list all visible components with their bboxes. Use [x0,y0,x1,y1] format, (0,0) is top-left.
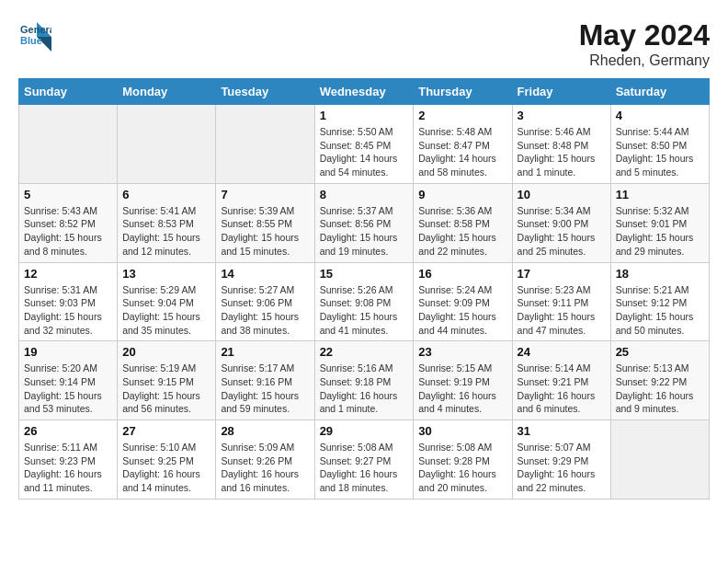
day-number: 9 [418,188,506,201]
day-info: Sunrise: 5:48 AM Sunset: 8:47 PM Dayligh… [418,125,506,179]
day-info: Sunrise: 5:27 AM Sunset: 9:06 PM Dayligh… [221,283,309,338]
day-number: 26 [24,424,112,438]
calendar-cell: 29Sunrise: 5:08 AM Sunset: 9:27 PM Dayli… [314,420,414,500]
day-info: Sunrise: 5:13 AM Sunset: 9:22 PM Dayligh… [616,362,704,416]
calendar-cell: 12Sunrise: 5:31 AM Sunset: 9:03 PM Dayli… [19,262,118,341]
calendar-cell: 2Sunrise: 5:48 AM Sunset: 8:47 PM Daylig… [414,105,512,184]
day-info: Sunrise: 5:50 AM Sunset: 8:45 PM Dayligh… [320,125,409,179]
header-day-wednesday: Wednesday [314,79,414,105]
header-day-thursday: Thursday [414,79,512,105]
calendar-cell: 30Sunrise: 5:08 AM Sunset: 9:28 PM Dayli… [414,420,512,500]
calendar-cell: 10Sunrise: 5:34 AM Sunset: 9:00 PM Dayli… [512,183,610,262]
calendar-cell [610,420,709,500]
day-info: Sunrise: 5:19 AM Sunset: 9:15 PM Dayligh… [122,362,210,416]
calendar-cell: 14Sunrise: 5:27 AM Sunset: 9:06 PM Dayli… [216,262,314,341]
day-number: 24 [518,345,606,359]
day-number: 23 [418,345,506,359]
day-number: 8 [320,188,409,201]
calendar-cell: 6Sunrise: 5:41 AM Sunset: 8:53 PM Daylig… [118,183,216,262]
calendar-cell: 11Sunrise: 5:32 AM Sunset: 9:01 PM Dayli… [610,183,709,262]
day-number: 15 [320,267,409,281]
day-info: Sunrise: 5:23 AM Sunset: 9:11 PM Dayligh… [518,283,606,338]
calendar-title: May 2024 [579,18,710,52]
calendar-cell: 1Sunrise: 5:50 AM Sunset: 8:45 PM Daylig… [314,105,414,184]
day-info: Sunrise: 5:09 AM Sunset: 9:26 PM Dayligh… [221,441,309,495]
day-number: 28 [221,424,309,438]
day-number: 2 [418,109,506,122]
day-number: 31 [518,424,606,438]
week-row-2: 5Sunrise: 5:43 AM Sunset: 8:52 PM Daylig… [19,183,710,262]
day-info: Sunrise: 5:39 AM Sunset: 8:55 PM Dayligh… [221,204,309,259]
calendar-cell: 19Sunrise: 5:20 AM Sunset: 9:14 PM Dayli… [19,341,118,420]
calendar-body: 1Sunrise: 5:50 AM Sunset: 8:45 PM Daylig… [19,105,710,500]
day-info: Sunrise: 5:43 AM Sunset: 8:52 PM Dayligh… [24,204,112,259]
calendar-cell: 20Sunrise: 5:19 AM Sunset: 9:15 PM Dayli… [118,341,216,420]
svg-text:Blue: Blue [20,35,42,46]
day-number: 6 [122,188,210,201]
day-info: Sunrise: 5:44 AM Sunset: 8:50 PM Dayligh… [616,125,704,179]
day-info: Sunrise: 5:08 AM Sunset: 9:28 PM Dayligh… [418,441,506,495]
calendar-cell: 24Sunrise: 5:14 AM Sunset: 9:21 PM Dayli… [512,341,610,420]
day-info: Sunrise: 5:37 AM Sunset: 8:56 PM Dayligh… [320,204,409,259]
day-info: Sunrise: 5:20 AM Sunset: 9:14 PM Dayligh… [24,362,112,416]
logo: General Blue [18,18,55,52]
calendar-cell: 31Sunrise: 5:07 AM Sunset: 9:29 PM Dayli… [512,420,610,500]
day-info: Sunrise: 5:24 AM Sunset: 9:09 PM Dayligh… [418,283,506,338]
day-number: 30 [418,424,506,438]
day-number: 12 [24,267,112,281]
calendar-cell: 27Sunrise: 5:10 AM Sunset: 9:25 PM Dayli… [118,420,216,500]
day-number: 11 [616,188,704,201]
calendar-cell: 23Sunrise: 5:15 AM Sunset: 9:19 PM Dayli… [414,341,512,420]
calendar-subtitle: Rheden, Germany [579,52,710,69]
header-row: SundayMondayTuesdayWednesdayThursdayFrid… [19,79,710,105]
calendar-cell: 13Sunrise: 5:29 AM Sunset: 9:04 PM Dayli… [118,262,216,341]
calendar-cell: 16Sunrise: 5:24 AM Sunset: 9:09 PM Dayli… [414,262,512,341]
day-info: Sunrise: 5:41 AM Sunset: 8:53 PM Dayligh… [122,204,210,259]
calendar-cell: 22Sunrise: 5:16 AM Sunset: 9:18 PM Dayli… [314,341,414,420]
header-day-friday: Friday [512,79,610,105]
day-info: Sunrise: 5:31 AM Sunset: 9:03 PM Dayligh… [24,283,112,338]
calendar-cell: 21Sunrise: 5:17 AM Sunset: 9:16 PM Dayli… [216,341,314,420]
week-row-4: 19Sunrise: 5:20 AM Sunset: 9:14 PM Dayli… [19,341,710,420]
calendar-cell: 8Sunrise: 5:37 AM Sunset: 8:56 PM Daylig… [314,183,414,262]
day-number: 3 [518,109,606,122]
day-number: 20 [122,345,210,359]
day-number: 5 [24,188,112,201]
day-info: Sunrise: 5:21 AM Sunset: 9:12 PM Dayligh… [616,283,704,338]
calendar-cell: 28Sunrise: 5:09 AM Sunset: 9:26 PM Dayli… [216,420,314,500]
day-info: Sunrise: 5:29 AM Sunset: 9:04 PM Dayligh… [122,283,210,338]
calendar-cell: 7Sunrise: 5:39 AM Sunset: 8:55 PM Daylig… [216,183,314,262]
calendar-cell: 5Sunrise: 5:43 AM Sunset: 8:52 PM Daylig… [19,183,118,262]
day-info: Sunrise: 5:16 AM Sunset: 9:18 PM Dayligh… [320,362,409,416]
header-day-monday: Monday [118,79,216,105]
day-info: Sunrise: 5:11 AM Sunset: 9:23 PM Dayligh… [24,441,112,495]
day-number: 10 [518,188,606,201]
day-number: 22 [320,345,409,359]
header-day-tuesday: Tuesday [216,79,314,105]
day-info: Sunrise: 5:34 AM Sunset: 9:00 PM Dayligh… [518,204,606,259]
day-info: Sunrise: 5:32 AM Sunset: 9:01 PM Dayligh… [616,204,704,259]
day-info: Sunrise: 5:08 AM Sunset: 9:27 PM Dayligh… [320,441,409,495]
day-number: 25 [616,345,704,359]
day-number: 21 [221,345,309,359]
day-info: Sunrise: 5:17 AM Sunset: 9:16 PM Dayligh… [221,362,309,416]
day-info: Sunrise: 5:10 AM Sunset: 9:25 PM Dayligh… [122,441,210,495]
day-info: Sunrise: 5:07 AM Sunset: 9:29 PM Dayligh… [518,441,606,495]
title-block: May 2024 Rheden, Germany [579,18,710,69]
day-info: Sunrise: 5:15 AM Sunset: 9:19 PM Dayligh… [418,362,506,416]
header-day-sunday: Sunday [19,79,118,105]
calendar-cell: 4Sunrise: 5:44 AM Sunset: 8:50 PM Daylig… [610,105,709,184]
day-number: 14 [221,267,309,281]
day-number: 13 [122,267,210,281]
calendar-cell: 17Sunrise: 5:23 AM Sunset: 9:11 PM Dayli… [512,262,610,341]
day-info: Sunrise: 5:14 AM Sunset: 9:21 PM Dayligh… [518,362,606,416]
calendar-header: SundayMondayTuesdayWednesdayThursdayFrid… [19,79,710,105]
day-number: 27 [122,424,210,438]
week-row-1: 1Sunrise: 5:50 AM Sunset: 8:45 PM Daylig… [19,105,710,184]
day-number: 18 [616,267,704,281]
day-number: 16 [418,267,506,281]
calendar-cell: 3Sunrise: 5:46 AM Sunset: 8:48 PM Daylig… [512,105,610,184]
logo-icon: General Blue [18,18,51,52]
day-number: 7 [221,188,309,201]
calendar-cell: 26Sunrise: 5:11 AM Sunset: 9:23 PM Dayli… [19,420,118,500]
